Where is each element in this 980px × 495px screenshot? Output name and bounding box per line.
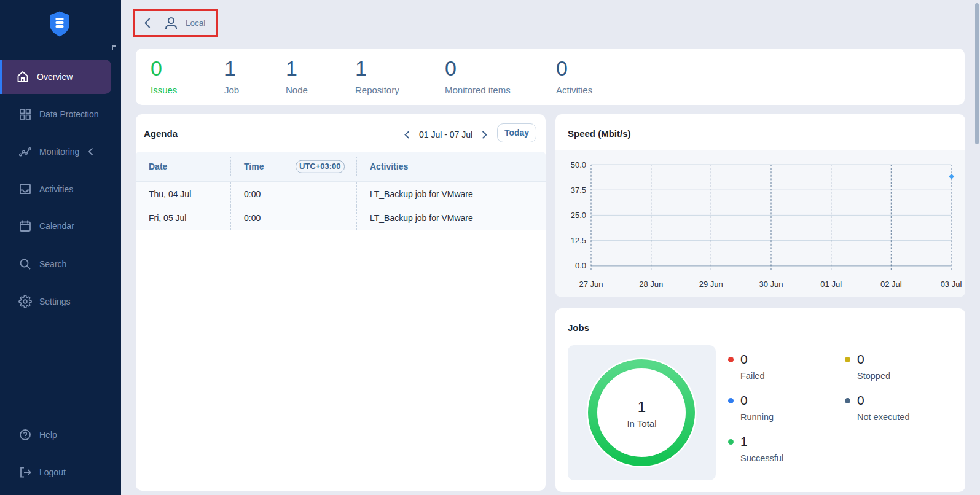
- svg-text:25.0: 25.0: [571, 211, 586, 220]
- svg-text:50.0: 50.0: [571, 160, 586, 170]
- svg-text:02 Jul: 02 Jul: [880, 279, 902, 289]
- svg-text:30 Jun: 30 Jun: [759, 279, 783, 289]
- svg-text:27 Jun: 27 Jun: [579, 279, 603, 289]
- svg-text:28 Jun: 28 Jun: [639, 279, 663, 289]
- svg-text:0.0: 0.0: [575, 261, 586, 270]
- svg-text:37.5: 37.5: [571, 185, 586, 195]
- svg-text:12.5: 12.5: [571, 236, 586, 245]
- svg-text:01 Jul: 01 Jul: [820, 279, 842, 289]
- svg-text:03 Jul: 03 Jul: [941, 279, 962, 289]
- svg-text:29 Jun: 29 Jun: [699, 279, 723, 289]
